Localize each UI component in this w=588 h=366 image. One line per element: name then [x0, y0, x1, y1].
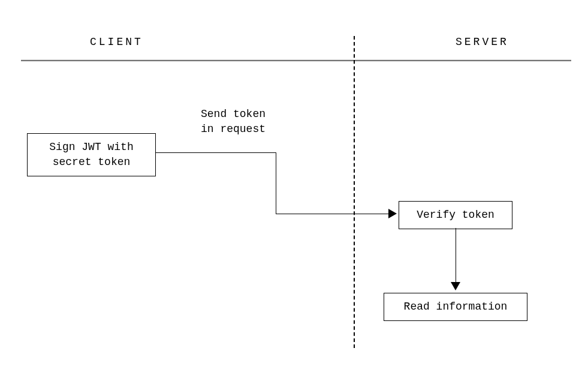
read-information-box: Read information	[384, 293, 527, 321]
connector-line	[276, 152, 276, 214]
server-header: SERVER	[456, 36, 509, 48]
arrow-right-icon	[388, 209, 397, 218]
connector-line	[276, 214, 391, 214]
client-header: CLIENT	[90, 36, 143, 48]
sign-jwt-box: Sign JWT withsecret token	[27, 133, 156, 176]
send-token-label: Send tokenin request	[201, 107, 266, 137]
client-server-divider	[354, 36, 355, 348]
arrow-down-icon	[451, 282, 460, 290]
connector-line	[156, 152, 276, 153]
connector-line	[456, 228, 456, 284]
verify-token-box: Verify token	[399, 201, 512, 229]
header-divider	[21, 60, 571, 61]
